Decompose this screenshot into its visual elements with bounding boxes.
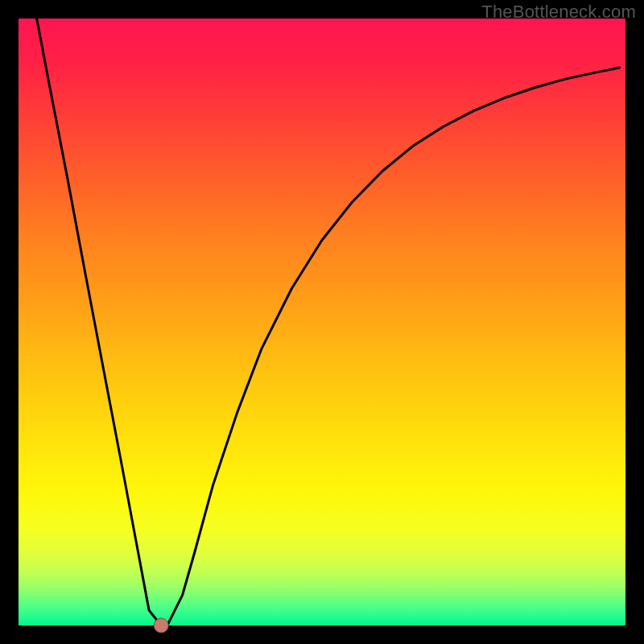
chart-svg: [0, 0, 644, 644]
plot-area: [19, 19, 625, 625]
attribution-label: TheBottleneck.com: [481, 2, 636, 23]
chart-container: TheBottleneck.com: [0, 0, 644, 644]
minimum-marker: [154, 618, 168, 633]
